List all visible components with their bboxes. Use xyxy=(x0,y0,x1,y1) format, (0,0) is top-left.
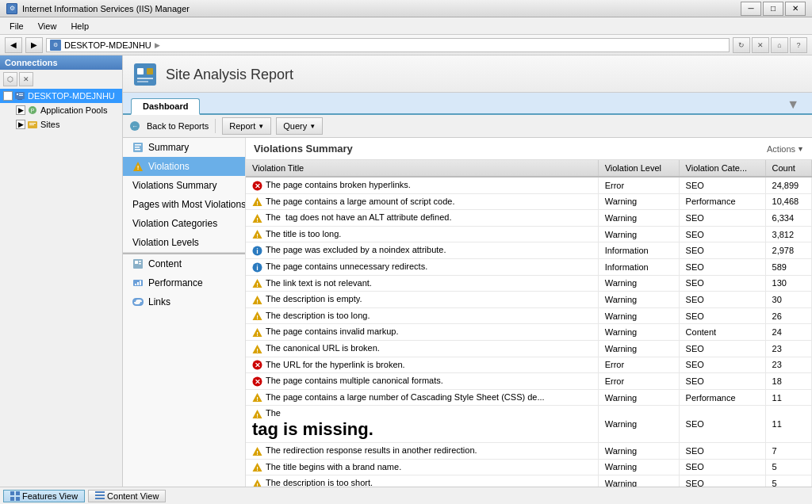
cell-title: iThe page contains unnecessary redirects… xyxy=(246,258,598,275)
warning-icon: ! xyxy=(252,213,262,223)
content-view-icon xyxy=(95,491,105,501)
tree-item-server[interactable]: ▼ DESKTOP-MDEJNHU xyxy=(0,89,122,103)
features-view-button[interactable]: Features View xyxy=(3,490,85,502)
tree-expand-server[interactable]: ▼ xyxy=(3,91,13,101)
table-row[interactable]: !The tag is missing. Warning SEO 11 xyxy=(246,406,812,443)
cell-title: iThe page was excluded by a noindex attr… xyxy=(246,242,598,259)
table-row[interactable]: ✕The URL for the hyperlink is broken. Er… xyxy=(246,357,812,373)
menu-view[interactable]: View xyxy=(32,20,63,32)
window-controls[interactable]: ─ □ ✕ xyxy=(741,2,806,16)
cell-level: Error xyxy=(598,177,679,193)
violations-summary-title: Violations Summary xyxy=(254,143,353,155)
col-violation-title: Violation Title xyxy=(246,160,598,177)
nav-stop-button[interactable]: ✕ xyxy=(752,37,769,53)
sidebar-item-content[interactable]: Content xyxy=(123,254,245,273)
table-row[interactable]: !The title is too long. Warning SEO 3,81… xyxy=(246,226,812,242)
back-to-reports-button[interactable]: Back to Reports xyxy=(147,117,209,135)
sidebar-item-violation-levels[interactable]: Violation Levels xyxy=(123,233,245,252)
cell-category: SEO xyxy=(679,177,765,193)
violations-icon: ! xyxy=(132,161,144,172)
tree-expand-apppools[interactable]: ▶ xyxy=(16,105,25,115)
svg-text:!: ! xyxy=(256,330,259,337)
table-row[interactable]: !The description is empty. Warning SEO 3… xyxy=(246,292,812,308)
sidebar-item-summary[interactable]: Summary xyxy=(123,138,245,157)
back-button[interactable]: ◀ xyxy=(5,37,22,53)
tree-item-sites[interactable]: ▶ Sites xyxy=(0,117,122,132)
cell-level: Warning xyxy=(598,307,679,324)
table-row[interactable]: !The title begins with a brand name. War… xyxy=(246,459,812,475)
warning-icon: ! xyxy=(252,295,262,305)
menu-help[interactable]: Help xyxy=(64,20,95,32)
svg-rect-80 xyxy=(16,491,20,495)
cell-title: !The description is too long. xyxy=(246,307,598,324)
tree-item-apppools[interactable]: ▶ P Application Pools xyxy=(0,103,122,117)
table-row[interactable]: !The redirection response results in ano… xyxy=(246,442,812,459)
svg-rect-3 xyxy=(19,95,23,96)
svg-rect-1 xyxy=(17,94,18,95)
cell-title: !The title begins with a brand name. xyxy=(246,459,598,475)
query-button[interactable]: Query ▼ xyxy=(276,117,323,135)
svg-rect-83 xyxy=(95,491,105,493)
table-row[interactable]: !The page contains invalid markup. Warni… xyxy=(246,324,812,341)
nav-refresh-button[interactable]: ↻ xyxy=(733,37,750,53)
connections-tool-disconnect[interactable]: ✕ xyxy=(19,72,33,86)
menu-file[interactable]: File xyxy=(3,20,30,32)
svg-text:!: ! xyxy=(256,481,259,487)
sidebar-item-pages-most[interactable]: Pages with Most Violations xyxy=(123,195,245,214)
table-row[interactable]: ✕The page contains multiple canonical fo… xyxy=(246,373,812,390)
table-row[interactable]: !The description is too long. Warning SE… xyxy=(246,307,812,324)
cell-title: !The tag does not have an ALT attribute … xyxy=(246,210,598,227)
nav-help-button[interactable]: ? xyxy=(790,37,807,53)
table-row[interactable]: iThe page was excluded by a noindex attr… xyxy=(246,242,812,259)
cell-category: Performance xyxy=(679,193,765,210)
svg-rect-84 xyxy=(95,494,105,496)
links-icon xyxy=(132,296,144,307)
table-row[interactable]: !The page contains a large amount of scr… xyxy=(246,193,812,210)
nav-home-button[interactable]: ⌂ xyxy=(771,37,788,53)
sidebar-bottom-sections: Content Performance xyxy=(123,253,245,311)
server-icon xyxy=(14,90,25,101)
cell-category: SEO xyxy=(679,292,765,308)
cell-level: Warning xyxy=(598,442,679,459)
tab-dashboard[interactable]: Dashboard xyxy=(131,98,200,115)
content-view-button[interactable]: Content View xyxy=(88,490,166,502)
svg-rect-85 xyxy=(95,498,105,499)
tabs-dropdown[interactable]: ▼ xyxy=(782,96,804,113)
svg-text:!: ! xyxy=(256,395,259,403)
forward-button[interactable]: ▶ xyxy=(25,37,43,53)
cell-title: !The canonical URL is broken. xyxy=(246,340,598,357)
cell-category: Performance xyxy=(679,389,765,406)
maximize-button[interactable]: □ xyxy=(763,2,783,16)
connections-tool-connect[interactable]: ⬡ xyxy=(3,72,17,86)
main-content: Violations Summary Actions ▼ Violation T… xyxy=(246,138,812,487)
table-row[interactable]: !The canonical URL is broken. Warning SE… xyxy=(246,340,812,357)
table-row[interactable]: !The link text is not relevant. Warning … xyxy=(246,275,812,292)
cell-count: 5 xyxy=(765,459,811,475)
svg-text:!: ! xyxy=(256,297,259,304)
sidebar-item-performance[interactable]: Performance xyxy=(123,273,245,292)
sidebar-item-links[interactable]: Links xyxy=(123,292,245,311)
svg-text:!: ! xyxy=(256,346,259,353)
sidebar-item-violations[interactable]: ! Violations xyxy=(123,157,245,176)
actions-dropdown[interactable]: Actions ▼ xyxy=(767,144,804,154)
sidebar-item-violations-summary[interactable]: Violations Summary xyxy=(123,176,245,195)
cell-count: 7 xyxy=(765,442,811,459)
sidebar-item-violation-categories[interactable]: Violation Categories xyxy=(123,214,245,233)
cell-title: ✕The page contains broken hyperlinks. xyxy=(246,177,598,193)
main-layout: Connections ⬡ ✕ ▼ DESKTOP-MDEJNHU ▶ xyxy=(0,55,812,487)
report-button[interactable]: Report ▼ xyxy=(222,117,271,135)
cell-level: Warning xyxy=(598,406,679,443)
address-icon: ⚙ xyxy=(50,40,61,51)
svg-text:P: P xyxy=(31,108,35,113)
table-row[interactable]: ✕The page contains broken hyperlinks. Er… xyxy=(246,177,812,193)
table-row[interactable]: !The description is too short. Warning S… xyxy=(246,475,812,487)
table-row[interactable]: !The page contains a large number of Cas… xyxy=(246,389,812,406)
tree-expand-sites[interactable]: ▶ xyxy=(16,120,25,129)
table-row[interactable]: !The tag does not have an ALT attribute … xyxy=(246,210,812,227)
table-row[interactable]: iThe page contains unnecessary redirects… xyxy=(246,258,812,275)
minimize-button[interactable]: ─ xyxy=(741,2,761,16)
cell-category: SEO xyxy=(679,226,765,242)
address-bar[interactable]: ⚙ DESKTOP-MDEJNHU ▶ xyxy=(46,38,730,52)
svg-rect-9 xyxy=(29,124,34,125)
close-button[interactable]: ✕ xyxy=(785,2,806,16)
